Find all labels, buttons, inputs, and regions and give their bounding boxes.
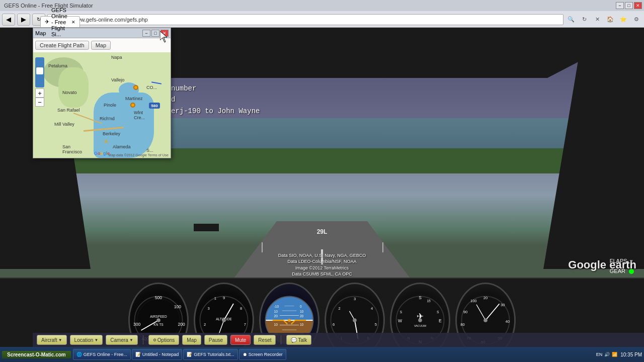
camera-dropdown-icon: ▼ [129,338,133,342]
close-window-btn[interactable]: ✕ [634,2,642,9]
taskbar-item-gefs-icon: 🌐 [76,352,82,357]
search-icon[interactable]: 🔍 [566,14,577,25]
refresh-stop-btn[interactable]: ↻ [579,14,590,25]
location-dropdown-icon: ▼ [94,338,98,342]
reset-btn[interactable]: Reset [254,335,276,345]
back-btn[interactable]: ◀ [2,14,15,26]
map-window-label: Map [35,30,46,36]
svg-text:4: 4 [371,306,373,311]
map-copyright: Map data ©2012 Google Terms of Use [109,153,169,157]
maximize-window-btn[interactable]: □ [625,2,633,9]
zoom-in-btn[interactable]: + [35,88,44,98]
location-btn[interactable]: Location ▼ [70,335,103,345]
svg-text:80: 80 [460,322,464,327]
flight-info-overlay: number d erj-190 to John Wayne [171,83,260,117]
title-bar: GEFS Online - Free Flight Simulator − □ … [0,0,644,11]
svg-point-72 [418,318,422,322]
svg-text:VACUUM: VACUUM [414,324,426,327]
pause-btn[interactable]: Pause [204,335,227,345]
taskbar-item-recorder-icon: ⏺ [243,352,247,357]
runway-object [194,224,219,231]
svg-point-48 [288,319,291,322]
svg-text:100: 100 [470,299,477,303]
svg-text:KN TS: KN TS [153,323,164,326]
svg-text:S: S [437,310,439,314]
mute-btn[interactable]: Mute [230,335,251,345]
city-alameda: Alameda [113,144,131,149]
city-san-francisco: SanFrancisco [62,144,82,154]
talk-btn[interactable]: 💬 Talk [286,335,311,345]
map-minimize-btn[interactable]: − [142,30,150,37]
map-close-btn[interactable]: ✕ [160,30,169,37]
address-bar[interactable]: 🔒 http://www.gefs-online.com/gefs.php [47,14,564,25]
taskbar-start-button[interactable]: Screencast-O-Matic.com [2,351,71,358]
aircraft-dropdown-icon: ▼ [58,338,62,342]
svg-text:2: 2 [338,306,340,311]
minimize-window-btn[interactable]: − [616,2,624,9]
map-airplane-marker: ✈ [104,138,109,145]
volume-icon: 📶 [612,352,617,357]
taskbar-item-recorder-label: Screen Recorder [249,352,283,357]
taskbar-item-tutorials[interactable]: 📝 GEFS Tutorials.txt... [183,349,238,360]
svg-text:90: 90 [463,310,467,314]
city-walnut-creek: WlntCre... [134,110,145,120]
info-line2: d [171,94,260,105]
attr-line2: Data LDEO-Columbia/NSF, NOAA [278,258,366,265]
svg-text:S: S [400,310,403,314]
map-toolbar-btn[interactable]: Map [182,335,201,345]
svg-point-59 [353,318,357,322]
map-marker-2 [133,85,138,90]
attr-line4: Data CSUMB SFML, CA OPC [278,271,366,278]
settings-icon[interactable]: ⚙ [631,14,642,25]
zoom-out-btn[interactable]: − [35,98,44,107]
svg-line-84 [476,305,486,320]
taskbar-item-tutorials-icon: 📝 [187,352,192,357]
svg-point-11 [156,318,160,322]
city-richmond: Rich'nd [100,116,115,121]
map-button[interactable]: Map [91,41,111,50]
camera-btn[interactable]: Camera ▼ [106,335,138,345]
aircraft-btn[interactable]: Aircraft ▼ [37,335,67,345]
map-maximize-btn[interactable]: □ [151,30,159,37]
create-flight-path-button[interactable]: Create Flight Path [35,41,89,50]
google-logo: Google [94,151,110,156]
system-tray: EN 🔊 📶 [596,352,618,357]
sim-toolbar: Aircraft ▼ Location ▼ Camera ▼ ⚙ Options… [33,333,644,347]
forward-btn[interactable]: ▶ [17,14,30,26]
map-overlay: Map − □ ✕ Create Flight Path Map [33,28,171,158]
tab-close-btn[interactable]: ✕ [71,20,75,25]
info-line1: number [171,83,260,94]
zoom-slider[interactable] [35,57,44,87]
svg-text:W: W [398,318,403,323]
browser-chrome: GEFS Online - Free Flight Simulator − □ … [0,0,644,28]
flaps-gear-panel: FLAPS ▼ GEAR [610,256,634,277]
browser-title: GEFS Online - Free Flight Simulator [0,3,93,9]
svg-text:0: 0 [300,305,302,308]
options-btn[interactable]: ⚙ Options [148,335,179,345]
map-canvas[interactable]: Petaluma Napa Vallejo Novato San Rafael … [33,52,171,158]
taskbar-item-notepad-label: Untitled - Notepad [142,352,179,357]
active-tab[interactable]: ✈ GEFS Online - Free Flight Si... ✕ [40,16,80,27]
svg-text:7: 7 [244,322,246,327]
taskbar-item-gefs-label: GEFS Online - Free... [84,352,127,357]
gear-light [629,269,634,274]
clock: 10:35 PM [620,351,642,358]
taskbar-item-gefs[interactable]: 🌐 GEFS Online - Free... [73,349,131,360]
highway-marker: 580 [149,103,160,109]
svg-text:10: 10 [274,310,278,313]
toolbar-separator-2 [281,335,281,344]
svg-text:-10: -10 [274,305,279,308]
svg-text:20: 20 [300,314,304,318]
taskbar-item-notepad[interactable]: 📝 Untitled - Notepad [132,349,183,360]
city-mill-valley: Mill Valley [54,122,74,127]
close-tab-icon[interactable]: ✕ [592,14,603,25]
home-btn[interactable]: 🏠 [605,14,616,25]
svg-text:10: 10 [300,310,304,313]
taskbar-item-recorder[interactable]: ⏺ Screen Recorder [239,349,286,360]
info-line3: erj-190 to John Wayne [171,106,260,117]
svg-text:5: 5 [375,322,377,327]
favorites-icon[interactable]: ⭐ [618,14,629,25]
svg-text:10: 10 [274,323,278,326]
taskbar: Screencast-O-Matic.com 🌐 GEFS Online - F… [0,347,644,362]
taskbar-item-notepad-icon: 📝 [135,352,141,357]
